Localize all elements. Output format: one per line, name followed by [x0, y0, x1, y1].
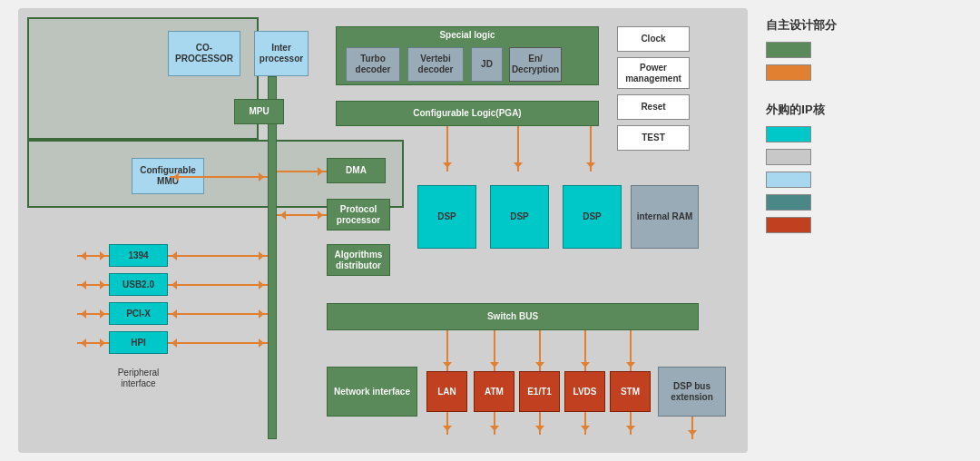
dsp2-block: DSP — [490, 185, 549, 249]
legend-item-dark-teal — [766, 194, 962, 211]
legend-title-1: 自主设计部分 — [766, 17, 962, 34]
turbo-decoder-block: Turbo decoder — [346, 47, 400, 82]
dsp3-block: DSP — [563, 185, 622, 249]
legend-item-red — [766, 217, 962, 233]
power-management-block: Power management — [617, 57, 690, 89]
arrow-ext-usb — [77, 284, 109, 286]
arrow-down-stm — [630, 330, 632, 371]
arrow-protocol — [277, 214, 327, 216]
test-block: TEST — [617, 125, 690, 151]
protocol-processor-block: Protocol processor — [327, 199, 390, 230]
vertebi-decoder-block: Vertebi decoder — [407, 47, 464, 82]
arrow-down-atm — [494, 330, 495, 371]
dsp1-block: DSP — [417, 185, 476, 249]
diagram-area: CO-PROCESSOR Inter processor Special log… — [18, 8, 748, 453]
mpu-bar — [268, 76, 277, 439]
arrow-1394-mpu — [168, 255, 268, 257]
arrow-down-lan — [446, 330, 448, 371]
usb20-block: USB2.0 — [109, 273, 168, 296]
internal-ram-block: internal RAM — [631, 185, 699, 249]
legend-item-green — [766, 42, 962, 58]
arrow-ext-1394 — [77, 255, 109, 257]
configurable-logic-block: Configurable Logic(PGA) — [336, 101, 599, 126]
lan-block: LAN — [426, 371, 467, 412]
atm-block: ATM — [474, 371, 514, 412]
legend-color-teal — [766, 126, 811, 142]
arrow-down-atm-ext — [494, 412, 495, 435]
legend-color-light-blue — [766, 172, 811, 188]
arrow-down-lvds-ext — [584, 412, 586, 435]
arrow-pci-mpu — [168, 313, 268, 315]
algorithms-distributor-block: Algorithms distributor — [327, 244, 390, 276]
legend-color-dark-teal — [766, 194, 811, 211]
arrow-dsp-bus-down — [691, 417, 693, 439]
arrow-usb-mpu — [168, 284, 268, 286]
clock-block: Clock — [617, 26, 690, 52]
co-processor-block: CO-PROCESSOR — [168, 31, 240, 76]
arrow-down-lvds — [584, 330, 586, 371]
e1t1-block: E1/T1 — [519, 371, 560, 412]
arrow-down-lan-ext — [446, 412, 448, 435]
arrow-down-e1 — [539, 330, 541, 371]
reset-block: Reset — [617, 94, 690, 120]
special-logic-block: Special logic Turbo decoder Vertebi deco… — [336, 26, 599, 85]
inter-processor-block: Inter processor — [254, 31, 309, 76]
arrow-down-stm-ext — [630, 412, 632, 435]
legend-color-gray — [766, 149, 811, 165]
arrow-dma — [277, 171, 327, 172]
dsp-bus-extension-block: DSP bus extension — [658, 367, 726, 417]
dma-block: DMA — [327, 158, 386, 183]
arrow-ext-hpi — [77, 342, 109, 344]
arrow-config-dsp2 — [517, 126, 519, 172]
switch-bus-block: Switch BUS — [327, 303, 699, 330]
hpi-block: HPI — [109, 331, 168, 354]
arrow-config-dsp1 — [446, 126, 448, 172]
legend-color-red — [766, 217, 811, 233]
mpu-block: MPU — [234, 99, 284, 124]
diagram-inner: CO-PROCESSOR Inter processor Special log… — [27, 17, 739, 444]
arrow-hpi-mpu — [168, 342, 268, 344]
legend-title-2: 外购的IP核 — [766, 102, 962, 118]
peripheral-interface-label: Peripheral interface — [104, 362, 172, 394]
en-decryption-block: En/ Decryption — [509, 47, 562, 82]
jd-block: JD — [471, 47, 503, 82]
legend-item-teal — [766, 126, 962, 142]
legend-color-orange — [766, 64, 811, 81]
pcix-block: PCI-X — [109, 302, 168, 325]
arrow-mmu-mpu — [170, 176, 268, 178]
legend-item-orange — [766, 64, 962, 81]
network-interface-block: Network interface — [327, 367, 417, 417]
arrow-down-e1-ext — [539, 412, 541, 435]
ieee1394-block: 1394 — [109, 244, 168, 267]
page-container: CO-PROCESSOR Inter processor Special log… — [0, 0, 980, 461]
legend-item-light-blue — [766, 172, 962, 188]
legend-area: 自主设计部分 外购的IP核 — [766, 8, 962, 235]
arrow-config-dsp3 — [590, 126, 592, 172]
lvds-block: LVDS — [564, 371, 605, 412]
arrow-ext-pci — [77, 313, 109, 315]
legend-item-gray — [766, 149, 962, 165]
stm-block: STM — [610, 371, 651, 412]
legend-color-green — [766, 42, 811, 58]
